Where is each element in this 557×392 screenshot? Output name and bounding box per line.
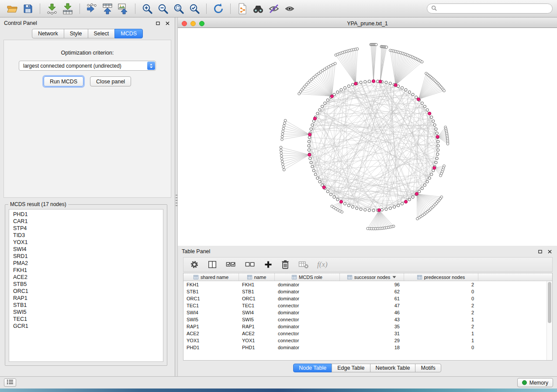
mcds-node-item[interactable]: SWI4	[9, 246, 163, 253]
scrollbar-thumb[interactable]	[548, 282, 551, 323]
mcds-node-item[interactable]: SRD1	[9, 253, 163, 260]
table-cell: 1	[404, 317, 478, 322]
mcds-node-item[interactable]: ORC1	[9, 288, 163, 295]
search-input[interactable]	[439, 5, 548, 13]
table-cell: 0	[404, 345, 478, 350]
zoom-selected-icon[interactable]	[187, 2, 202, 16]
table-cell: YOX1	[183, 338, 239, 343]
table-cell: 2	[404, 282, 478, 287]
table-row[interactable]: ORC1ORC1dominator610	[183, 295, 552, 302]
table-row[interactable]: STB1STB1dominator620	[183, 288, 552, 295]
table-row[interactable]: RAP1RAP1dominator352	[183, 323, 552, 330]
panel-toggle-button[interactable]	[4, 378, 16, 387]
show-all-icon[interactable]	[282, 2, 298, 16]
mcds-result-group: MCDS result (17 nodes) PHD1CAR1STP4TID3Y…	[5, 204, 167, 366]
network-view-panel: YPA_prune.txt_1	[178, 19, 557, 246]
mcds-node-item[interactable]: ACE2	[9, 274, 163, 281]
close-table-panel-icon[interactable]	[547, 248, 553, 255]
mcds-node-item[interactable]: PHD1	[9, 211, 163, 218]
hide-selected-icon[interactable]	[266, 2, 282, 16]
delete-table-icon[interactable]	[298, 260, 309, 269]
mcds-node-item[interactable]: STP4	[9, 225, 163, 232]
mcds-result-list[interactable]: PHD1CAR1STP4TID3YOX1SWI4SRD1PMA2FKH1ACE2…	[9, 209, 163, 362]
export-table-icon[interactable]	[100, 2, 115, 16]
table-cell: dominator	[275, 289, 340, 294]
tab-select[interactable]: Select	[88, 29, 115, 38]
zoom-out-icon[interactable]	[155, 2, 171, 16]
mcds-node-item[interactable]: PMA2	[9, 260, 163, 267]
table-cell: dominator	[275, 282, 340, 287]
table-cell: 96	[340, 282, 404, 287]
window-zoom-button[interactable]	[199, 21, 204, 26]
table-row[interactable]: YOX1YOX1connector291	[183, 337, 552, 344]
tab-node-table[interactable]: Node Table	[293, 364, 332, 372]
settings-gear-icon[interactable]	[190, 260, 199, 269]
function-builder-icon[interactable]: f(x)	[317, 260, 328, 269]
mcds-node-item[interactable]: RAP1	[9, 295, 163, 302]
find-icon[interactable]	[250, 2, 266, 16]
memory-button[interactable]: Memory	[517, 378, 553, 387]
zoom-in-icon[interactable]	[139, 2, 155, 16]
table-cell: dominator	[275, 345, 340, 350]
float-panel-icon[interactable]	[155, 20, 161, 27]
mcds-node-item[interactable]: TEC1	[9, 316, 163, 323]
column-header-name[interactable]: name	[239, 273, 275, 281]
column-header-shared-name[interactable]: shared name	[183, 273, 239, 281]
table-scrollbar[interactable]	[547, 281, 552, 360]
mcds-node-item[interactable]: FKH1	[9, 267, 163, 274]
mcds-node-item[interactable]: STB1	[9, 302, 163, 309]
float-table-panel-icon[interactable]	[537, 248, 543, 255]
network-canvas[interactable]	[178, 28, 557, 246]
open-session-icon[interactable]	[4, 2, 20, 16]
column-view-icon[interactable]	[208, 260, 217, 269]
delete-column-icon[interactable]	[281, 260, 290, 269]
optimization-criterion-select[interactable]: largest connected component (undirected)	[19, 61, 156, 71]
close-panel-button[interactable]: Close panel	[90, 76, 131, 86]
tab-mcds[interactable]: MCDS	[114, 29, 143, 38]
tab-style[interactable]: Style	[64, 29, 88, 38]
search-icon	[431, 5, 437, 12]
table-row[interactable]: ACE2ACE2connector311	[183, 330, 552, 337]
window-minimize-button[interactable]	[190, 21, 196, 26]
tab-network-table[interactable]: Network Table	[370, 364, 416, 372]
network-graph[interactable]	[178, 28, 557, 246]
search-box[interactable]	[427, 3, 553, 14]
mcds-node-item[interactable]: TID3	[9, 232, 163, 239]
import-network-icon[interactable]	[44, 2, 60, 16]
table-row[interactable]: SWI4SWI4dominator462	[183, 309, 552, 316]
window-close-button[interactable]	[182, 21, 187, 26]
share-document-icon[interactable]	[235, 2, 250, 16]
table-row[interactable]: TEC1TEC1connector472	[183, 302, 552, 309]
create-column-icon[interactable]	[264, 260, 273, 269]
mcds-node-item[interactable]: GCR1	[9, 323, 163, 330]
tab-network[interactable]: Network	[32, 29, 64, 38]
tab-motifs[interactable]: Motifs	[415, 364, 441, 372]
import-table-icon[interactable]	[60, 2, 76, 16]
save-session-icon[interactable]	[20, 2, 36, 16]
column-header-successor-nodes[interactable]: successor nodes	[340, 273, 404, 281]
column-header-predecessor-nodes[interactable]: predecessor nodes	[404, 273, 478, 281]
select-all-icon[interactable]	[225, 260, 236, 269]
table-cell: STB1	[183, 289, 239, 294]
export-network-icon[interactable]	[84, 2, 100, 16]
run-mcds-button[interactable]: Run MCDS	[44, 76, 83, 86]
close-panel-icon[interactable]	[164, 20, 171, 27]
table-row[interactable]: SWI5SWI5connector431	[183, 316, 552, 323]
column-header-MCDS-role[interactable]: MCDS role	[275, 273, 340, 281]
mcds-node-item[interactable]: STB5	[9, 281, 163, 288]
unselect-all-icon[interactable]	[245, 260, 256, 269]
toolbar-separator	[80, 3, 80, 14]
mcds-node-item[interactable]: YOX1	[9, 239, 163, 246]
table-panel: Table Panel f(x) shared namenameMCDS rol…	[178, 246, 557, 376]
table-cell: ORC1	[183, 296, 239, 301]
export-image-icon[interactable]	[115, 2, 131, 16]
apply-layout-icon[interactable]	[211, 2, 226, 16]
window-controls	[182, 21, 204, 26]
table-cell: 0	[404, 296, 478, 301]
table-row[interactable]: FKH1FKH1dominator962	[183, 281, 552, 288]
mcds-node-item[interactable]: SWI5	[9, 309, 163, 316]
tab-edge-table[interactable]: Edge Table	[332, 364, 370, 372]
zoom-fit-icon[interactable]	[171, 2, 187, 16]
table-row[interactable]: PHD1PHD1dominator180	[183, 344, 552, 351]
mcds-node-item[interactable]: CAR1	[9, 218, 163, 225]
